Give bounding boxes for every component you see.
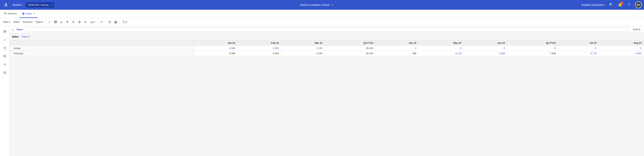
edit-chevron: ▾ — [18, 21, 20, 23]
search-toolbar-btn[interactable]: 🔍 ▾ — [121, 20, 128, 24]
chart-icon-btn[interactable]: 📊 ▾ — [88, 20, 96, 24]
col-header-row-label — [10, 40, 194, 46]
cell-actual-feb23[interactable]: 3,655 — [238, 46, 281, 51]
table-row: Forecast 4,388 3,655 2,100 10,143 388 4,… — [10, 51, 644, 56]
section-title: Sales — [12, 35, 19, 38]
expand-icon: ⤢ — [48, 20, 51, 24]
help-icon-btn[interactable]: ? — [626, 2, 632, 8]
top-nav: A Models ▾ TechCom / Accou... ▾ Switch t… — [0, 0, 644, 10]
list-icon: ≡ — [4, 62, 6, 66]
formula-section-label: Sales — [15, 28, 24, 31]
help-icon: ? — [628, 3, 630, 7]
logo-icon: A — [4, 2, 7, 8]
grid-lines-icon-btn[interactable]: ⊞ — [76, 19, 82, 25]
workspace-nav-btn[interactable]: TechCom / Accou... ▾ — [26, 2, 54, 8]
cell-forecast-aug23[interactable]: 4,002 — [599, 51, 644, 56]
user-menu-btn[interactable]: Anaplan Employee ▾ — [579, 2, 607, 8]
modules-tab-label: Modules — [8, 12, 17, 15]
sales-tab-label: Sales — [26, 12, 32, 15]
data-menu-btn[interactable]: Data ▾ — [34, 20, 44, 24]
cell-forecast-feb23[interactable]: 3,655 — [238, 51, 281, 56]
sales-tab-icon: ▦ — [22, 12, 25, 15]
cell-actual-mar23[interactable]: 2,100 — [281, 46, 325, 51]
formula-bar: « Sales 9120.0 — [10, 26, 644, 33]
sales-tab-close[interactable]: ✕ — [33, 12, 35, 15]
sidebar: ⊞ ⌕ ◷ ⧉ ≡ ⊟ — [0, 26, 10, 156]
cell-actual-jun23[interactable]: 0 — [464, 46, 507, 51]
sidebar-item-grid[interactable]: ⊟ — [1, 69, 8, 76]
sort-icon-btn[interactable]: ⇅ — [70, 19, 76, 25]
col-header-q1fy23: Q1 FY23 — [325, 40, 376, 46]
tab-modules[interactable]: ⚙ Modules — [2, 10, 20, 18]
cell-actual-may23[interactable]: 0 — [419, 46, 464, 51]
data-label: Data — [36, 21, 41, 23]
expand-icon-btn[interactable]: ⤢ — [47, 19, 52, 25]
cell-actual-apr23[interactable]: 0 — [376, 46, 419, 51]
notifications-icon-btn[interactable]: 🔔 5 — [617, 2, 623, 8]
modules-tab-icon: ⚙ — [4, 12, 6, 15]
cell-actual-jul23[interactable]: 0 — [558, 46, 599, 51]
notification-badge: 5 — [620, 2, 624, 5]
row-label-actual: Actual — [10, 46, 194, 51]
user-avatar[interactable]: RS — [635, 2, 642, 8]
formula-input[interactable] — [24, 27, 628, 32]
col-header-jul23: Jul 23 — [558, 40, 599, 46]
workspace-chevron: ▾ — [51, 4, 52, 6]
search-icon: 🔍 — [609, 3, 613, 7]
row-label-forecast: Forecast — [10, 51, 194, 56]
cell-actual-jan23[interactable]: 4,388 — [194, 46, 238, 51]
col-header-apr23: Apr 23 — [376, 40, 419, 46]
view-menu-btn[interactable]: View ▾ — [2, 20, 12, 24]
cell-forecast-jan23[interactable]: 4,388 — [194, 51, 238, 56]
data-table: Jan 23 Feb 23 Mar 23 Q1 FY23 Apr 23 May … — [10, 40, 644, 56]
sidebar-item-copy[interactable]: ⧉ — [1, 52, 8, 60]
sidebar-item-list[interactable]: ≡ — [1, 61, 8, 68]
tab-sales[interactable]: ▦ Sales ✕ — [20, 10, 38, 18]
section-tab[interactable]: Sales ▾ — [20, 34, 32, 39]
logo-btn[interactable]: A — [2, 1, 9, 9]
cell-forecast-apr23[interactable]: 388 — [376, 51, 419, 56]
compare-icon-btn[interactable]: ⚖ — [82, 19, 88, 25]
col-header-q2fy23: Q2 FY23 — [507, 40, 558, 46]
switch-label: Switch to Anaplan Classic — [300, 3, 330, 6]
table-container: Jan 23 Feb 23 Mar 23 Q1 FY23 Apr 23 May … — [10, 40, 644, 56]
nav-right-icons: 🔍 🔔 5 ? RS — [608, 2, 642, 8]
sidebar-item-history[interactable]: ◷ — [1, 44, 8, 52]
sidebar-item-nav[interactable]: ⊞ — [1, 28, 8, 35]
cell-actual-aug23[interactable]: 0 — [599, 46, 644, 51]
toolbar-sep-3 — [106, 20, 106, 24]
cell-forecast-jul23[interactable]: 3,775 — [558, 51, 599, 56]
compare-icon: ⚖ — [84, 20, 86, 24]
models-nav-btn[interactable]: Models ▾ — [11, 2, 25, 8]
image-icon-btn[interactable]: 🖼 — [53, 19, 58, 25]
toolbar-sep-2 — [98, 20, 98, 24]
switch-classic-btn[interactable]: Switch to Anaplan Classic ↗ — [300, 3, 334, 6]
table-header-row: Jan 23 Feb 23 Mar 23 Q1 FY23 Apr 23 May … — [10, 40, 644, 46]
cell-forecast-jun23[interactable]: 3,280 — [464, 51, 507, 56]
edit-menu-btn[interactable]: Edit ▾ — [12, 20, 21, 24]
section-tab-chevron: ▾ — [28, 35, 30, 38]
filter-rows-icon-btn[interactable]: ⚌ — [58, 19, 64, 25]
pages-icon: ⧉ — [109, 20, 111, 24]
cell-format-icon-btn[interactable]: ▦ — [113, 19, 118, 25]
data-chevron: ▾ — [42, 21, 43, 23]
pages-icon-btn[interactable]: ⧉ — [107, 19, 112, 25]
cell-forecast-q2fy23[interactable]: 7,938 — [507, 51, 558, 56]
format-menu-btn[interactable]: Format ▾ — [21, 20, 34, 24]
search-toolbar-icon: 🔍 — [122, 21, 125, 23]
sidebar-search-icon: ⌕ — [4, 38, 6, 42]
nav-icon: ⊞ — [3, 29, 6, 34]
undo-icon: ↩ — [100, 20, 103, 24]
switch-icon: ↗ — [331, 4, 334, 6]
cell-actual-q1fy23[interactable]: 10,143 — [325, 46, 376, 51]
cell-forecast-q1fy23[interactable]: 10,143 — [325, 51, 376, 56]
undo-icon-btn[interactable]: ↩ — [99, 19, 104, 25]
collapse-btn[interactable]: « — [11, 27, 15, 32]
cell-forecast-mar23[interactable]: 2,100 — [281, 51, 325, 56]
filter-icon-btn active[interactable]: ▼ — [64, 19, 70, 25]
sidebar-item-search[interactable]: ⌕ — [1, 36, 8, 43]
search-icon-btn[interactable]: 🔍 — [608, 2, 614, 8]
chart-chevron: ▾ — [94, 21, 95, 23]
cell-forecast-may23[interactable]: 4,270 — [419, 51, 464, 56]
cell-actual-q2fy23[interactable]: 0 — [507, 46, 558, 51]
